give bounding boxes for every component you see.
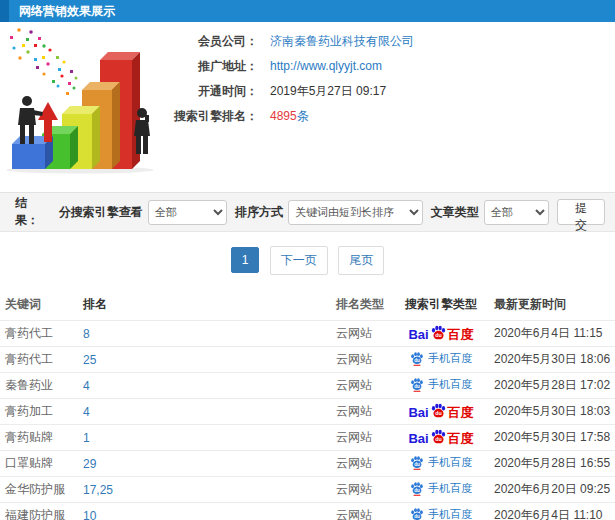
baidu-latin-text: Bai: [408, 406, 428, 419]
mobile-baidu-logo: du手机百度: [410, 351, 472, 366]
table-row: 膏药代工8云网站Baidu百度2020年6月4日 11:15: [0, 320, 615, 346]
rank-cell: 8: [83, 327, 336, 341]
table-header-row: 关键词 排名 排名类型 搜索引擎类型 最新更新时间: [0, 287, 615, 320]
engine-rank-label: 搜索引擎排名：: [158, 108, 258, 125]
engine-cell: du手机百度: [394, 455, 488, 473]
company-row: 会员公司： 济南秦鲁药业科技有限公司: [158, 34, 414, 48]
engine-filter-select[interactable]: 全部: [148, 200, 227, 225]
rank-cell: 10: [83, 509, 336, 520]
keyword-cell: 膏药代工: [0, 325, 83, 342]
rank-link[interactable]: 29: [83, 457, 96, 471]
table-row: 福建防护服10云网站du手机百度2020年6月4日 11:10: [0, 502, 615, 520]
table-row: 口罩贴牌29云网站du手机百度2020年5月28日 16:55: [0, 450, 615, 476]
keyword-cell: 秦鲁药业: [0, 377, 83, 394]
rank-link[interactable]: 25: [83, 353, 96, 367]
engine-cell: du手机百度: [394, 351, 488, 369]
mobile-baidu-text: 手机百度: [428, 483, 472, 494]
keyword-cell: 口罩贴牌: [0, 455, 83, 472]
updated-cell: 2020年5月30日 18:06: [488, 351, 615, 368]
mobile-baidu-logo: du手机百度: [410, 455, 472, 470]
rank-link[interactable]: 4: [83, 379, 90, 393]
updated-cell: 2020年5月30日 18:03: [488, 403, 615, 420]
rank-cell: 29: [83, 457, 336, 471]
rank-link[interactable]: 10: [83, 509, 96, 520]
engine-filter-label: 分搜索引擎查看: [59, 204, 143, 221]
mobile-baidu-logo: du手机百度: [410, 507, 472, 520]
sort-filter-select[interactable]: 关键词由短到长排序: [288, 200, 423, 225]
page: 网络营销效果展示: [0, 0, 615, 520]
window-title-bar: 网络营销效果展示: [0, 0, 615, 22]
last-page-button[interactable]: 尾页: [338, 246, 384, 275]
engine-cell: du手机百度: [394, 481, 488, 499]
rank-unit: 条: [297, 109, 309, 123]
table-body: 膏药代工8云网站Baidu百度2020年6月4日 11:15膏药代工25云网站d…: [0, 320, 615, 520]
rank-type-cell: 云网站: [336, 403, 394, 420]
mobile-baidu-logo: du手机百度: [410, 481, 472, 496]
baidu-latin-text: Bai: [408, 328, 428, 341]
updated-cell: 2020年5月28日 16:55: [488, 455, 615, 472]
company-link[interactable]: 济南秦鲁药业科技有限公司: [270, 33, 414, 50]
info-section: 会员公司： 济南秦鲁药业科技有限公司 推广地址： http://www.qlyy…: [0, 22, 615, 192]
baidu-cn-text: 百度: [448, 406, 474, 419]
updated-cell: 2020年6月4日 11:15: [488, 325, 615, 342]
svg-text:du: du: [414, 358, 420, 363]
opened-time-label: 开通时间：: [158, 83, 258, 100]
updated-cell: 2020年5月28日 17:02: [488, 377, 615, 394]
svg-text:du: du: [435, 436, 442, 442]
mobile-baidu-text: 手机百度: [428, 457, 472, 468]
engine-cell: du手机百度: [394, 377, 488, 395]
promo-url-link[interactable]: http://www.qlyyjt.com: [270, 59, 382, 73]
filter-bar: 结果： 分搜索引擎查看 全部 排序方式 关键词由短到长排序 文章类型 全部 提交: [0, 192, 615, 232]
table-row: 膏药贴牌1云网站Baidu百度2020年5月30日 17:58: [0, 424, 615, 450]
keyword-cell: 福建防护服: [0, 507, 83, 520]
result-label: 结果：: [10, 195, 51, 229]
baidu-logo: Baidu百度: [408, 403, 473, 419]
header-engine-type: 搜索引擎类型: [394, 296, 488, 313]
rank-link[interactable]: 1: [83, 431, 90, 445]
engine-cell: Baidu百度: [394, 403, 488, 420]
baidu-paw-icon: du: [410, 481, 424, 496]
bar-chart-art-icon: [0, 22, 165, 174]
confetti-dots: [10, 28, 78, 95]
table-row: 膏药加工4云网站Baidu百度2020年5月30日 18:03: [0, 398, 615, 424]
updated-cell: 2020年5月30日 17:58: [488, 429, 615, 446]
rank-type-cell: 云网站: [336, 507, 394, 520]
keyword-cell: 金华防护服: [0, 481, 83, 498]
svg-text:du: du: [435, 410, 442, 416]
mobile-baidu-text: 手机百度: [428, 353, 472, 364]
article-type-select[interactable]: 全部: [484, 200, 549, 225]
company-label: 会员公司：: [158, 33, 258, 50]
header-rank: 排名: [83, 296, 336, 313]
baidu-paw-icon: du: [410, 455, 424, 470]
mobile-baidu-text: 手机百度: [428, 379, 472, 390]
rank-link[interactable]: 4: [83, 405, 90, 419]
baidu-paw-icon: du: [410, 377, 424, 392]
baidu-cn-text: 百度: [448, 432, 474, 445]
rank-cell: 4: [83, 405, 336, 419]
mobile-baidu-logo: du手机百度: [410, 377, 472, 392]
page-1-button[interactable]: 1: [231, 247, 260, 273]
engine-cell: Baidu百度: [394, 325, 488, 342]
rank-type-cell: 云网站: [336, 481, 394, 498]
baidu-paw-icon: du: [430, 325, 447, 341]
header-updated: 最新更新时间: [488, 296, 615, 313]
next-page-button[interactable]: 下一页: [270, 246, 328, 275]
table-row: 秦鲁药业4云网站du手机百度2020年5月28日 17:02: [0, 372, 615, 398]
rank-link[interactable]: 8: [83, 327, 90, 341]
svg-text:du: du: [414, 462, 420, 467]
promo-url-label: 推广地址：: [158, 58, 258, 75]
sort-filter-label: 排序方式: [235, 204, 283, 221]
rank-cell: 17,25: [83, 483, 336, 497]
article-type-label: 文章类型: [431, 204, 479, 221]
opened-time-row: 开通时间： 2019年5月27日 09:17: [158, 84, 414, 98]
svg-text:du: du: [414, 384, 420, 389]
page-title: 网络营销效果展示: [19, 4, 115, 18]
svg-text:du: du: [414, 488, 420, 493]
growth-chart-illustration: [0, 22, 165, 177]
engine-rank-row: 搜索引擎排名： 4895条: [158, 109, 414, 123]
submit-button[interactable]: 提交: [557, 199, 605, 225]
svg-text:du: du: [435, 332, 442, 338]
rank-link[interactable]: 17,25: [83, 483, 113, 497]
keyword-cell: 膏药加工: [0, 403, 83, 420]
results-table: 关键词 排名 排名类型 搜索引擎类型 最新更新时间 膏药代工8云网站Baidu百…: [0, 287, 615, 520]
